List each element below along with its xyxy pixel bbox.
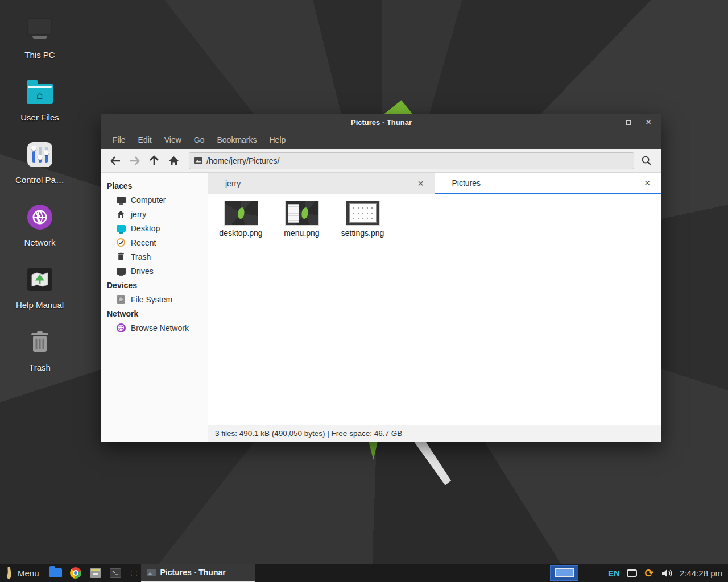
computer-icon [116, 195, 126, 205]
terminal-launcher[interactable]: >_ [109, 567, 122, 579]
clock[interactable]: 2:44:28 pm [680, 568, 722, 578]
sidebar-item-label: jerry [131, 210, 146, 219]
forward-arrow-icon [129, 156, 140, 165]
sidebar-item-trash[interactable]: Trash [101, 250, 208, 264]
recent-clock-icon [116, 238, 126, 247]
menu-edit[interactable]: Edit [133, 132, 158, 147]
control-panel-icon [5, 139, 75, 171]
task-window-icon [147, 569, 156, 576]
sidebar-item-label: File System [131, 295, 172, 304]
browse-network-globe-icon [116, 323, 126, 332]
quick-launchers: >_ [45, 567, 126, 579]
sidebar-item-file-system[interactable]: File System [101, 292, 208, 306]
up-button[interactable] [146, 152, 163, 169]
desktop-icon [116, 223, 126, 233]
home-button[interactable] [165, 152, 182, 169]
system-tray: EN ⟳ 2:44:28 pm [608, 568, 728, 579]
close-button[interactable]: ✕ [642, 117, 655, 128]
sidebar-item-computer[interactable]: Computer [101, 193, 208, 207]
trash-can-icon [5, 326, 75, 358]
window-titlebar[interactable]: Pictures - Thunar – ✕ [101, 114, 661, 131]
desktop-icon-label: Control Pa… [5, 175, 75, 185]
archive-cabinet-icon [90, 568, 101, 578]
sidebar-item-label: Computer [131, 196, 166, 205]
menu-bookmarks[interactable]: Bookmarks [211, 132, 262, 147]
tab-jerry[interactable]: jerry ✕ [208, 173, 435, 194]
desktop-icon-label: Trash [5, 363, 75, 372]
desktop-icon-trash[interactable]: Trash [5, 326, 75, 372]
minimize-button[interactable]: – [601, 117, 614, 128]
tab-label: Pictures [452, 178, 641, 188]
applications-menu-button[interactable]: Menu [0, 564, 45, 582]
menu-help[interactable]: Help [264, 132, 292, 147]
desktop-icon-label: Help Manual [5, 300, 75, 310]
tab-label: jerry [225, 179, 414, 188]
file-desktop-png[interactable]: desktop.png [214, 201, 268, 238]
browser-launcher[interactable] [69, 567, 82, 579]
chrome-icon [70, 567, 81, 579]
sidebar-item-recent[interactable]: Recent [101, 235, 208, 250]
home-icon [116, 209, 126, 219]
back-arrow-icon [110, 156, 121, 165]
file-settings-png[interactable]: settings.png [336, 201, 390, 238]
tab-pictures[interactable]: Pictures ✕ [435, 173, 662, 194]
drives-icon [116, 266, 126, 276]
desktop-icon-control-panel[interactable]: Control Pa… [5, 139, 75, 185]
workspace-switcher[interactable] [550, 565, 578, 581]
desktop-icon-this-pc[interactable]: This PC [5, 14, 75, 60]
taskbar-window-button[interactable]: Pictures - Thunar [141, 564, 255, 582]
back-button[interactable] [107, 152, 124, 169]
archive-launcher[interactable] [89, 567, 102, 579]
menu-view[interactable]: View [159, 132, 187, 147]
sidebar-header-places: Places [101, 178, 208, 193]
sidebar: Places Computer jerry Desktop Recent [101, 173, 208, 442]
display-tray-icon[interactable] [627, 569, 637, 577]
help-manual-icon [5, 264, 75, 296]
sidebar-item-drives[interactable]: Drives [101, 264, 208, 278]
sidebar-header-devices: Devices [101, 278, 208, 292]
tab-close-icon[interactable]: ✕ [640, 177, 654, 189]
file-thumbnail [346, 201, 379, 225]
forward-button[interactable] [126, 152, 143, 169]
desktop-icon-network[interactable]: Network [5, 201, 75, 247]
thunar-window: Pictures - Thunar – ✕ File Edit View Go … [101, 114, 661, 442]
menu-file[interactable]: File [107, 132, 131, 147]
tab-bar: jerry ✕ Pictures ✕ [208, 173, 661, 194]
file-thumbnail [225, 201, 258, 225]
desktop-icon-help-manual[interactable]: Help Manual [5, 264, 75, 310]
panel-separator-handle[interactable]: ⋮⋮ [126, 564, 141, 582]
search-icon [641, 155, 652, 166]
tab-close-icon[interactable]: ✕ [414, 178, 428, 189]
desktop-icon-user-files[interactable]: ⌂ User Files [5, 76, 75, 122]
location-bar[interactable]: /home/jerry/Pictures/ [189, 152, 634, 169]
task-window-title: Pictures - Thunar [160, 568, 226, 577]
sidebar-header-network: Network [101, 306, 208, 321]
trash-icon [116, 252, 126, 261]
volume-icon[interactable] [661, 568, 673, 578]
sidebar-item-label: Desktop [131, 224, 160, 233]
file-name: settings.png [336, 228, 390, 238]
maximize-icon [626, 120, 631, 125]
location-path: /home/jerry/Pictures/ [206, 156, 279, 165]
file-manager-launcher[interactable] [49, 567, 62, 579]
search-button[interactable] [636, 152, 656, 169]
sidebar-item-desktop[interactable]: Desktop [101, 221, 208, 235]
sidebar-item-browse-network[interactable]: Browse Network [101, 321, 208, 335]
sidebar-item-label: Trash [131, 252, 151, 261]
keyboard-layout-indicator[interactable]: EN [608, 568, 620, 578]
desktop-icon-label: This PC [5, 50, 75, 60]
status-bar: 3 files: 490.1 kB (490,050 bytes) | Free… [208, 425, 661, 442]
file-view[interactable]: desktop.png menu.png settings.png [208, 194, 661, 425]
updates-tray-icon[interactable]: ⟳ [644, 568, 655, 579]
this-pc-icon [5, 14, 75, 45]
sidebar-item-jerry[interactable]: jerry [101, 207, 208, 221]
maximize-button[interactable] [622, 117, 634, 128]
file-menu-png[interactable]: menu.png [275, 201, 329, 238]
workspace-window-preview [555, 568, 574, 577]
filesystem-drive-icon [116, 294, 126, 304]
menu-go[interactable]: Go [188, 132, 210, 147]
user-files-folder-icon: ⌂ [5, 76, 75, 108]
file-name: desktop.png [214, 228, 268, 238]
file-thumbnail [286, 201, 318, 225]
menu-logo-icon [5, 566, 13, 580]
